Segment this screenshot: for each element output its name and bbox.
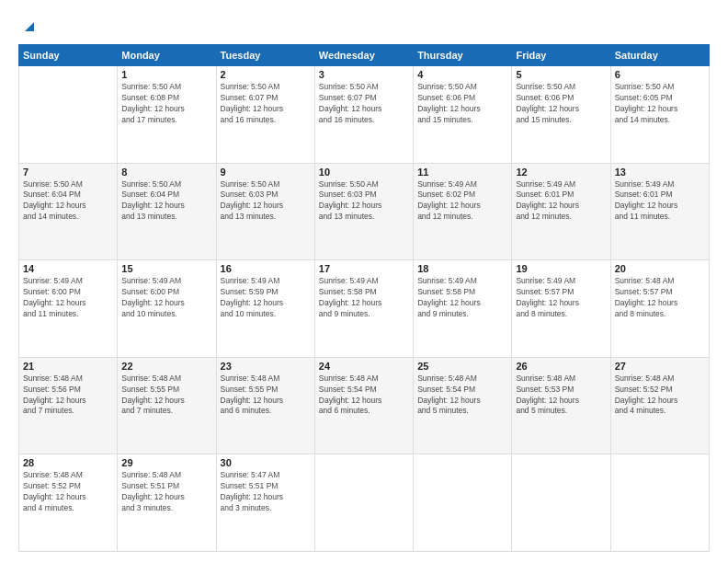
day-info: Sunrise: 5:49 AM Sunset: 5:57 PM Dayligh… bbox=[516, 276, 606, 320]
calendar-empty-cell bbox=[610, 454, 709, 552]
day-info: Sunrise: 5:48 AM Sunset: 5:53 PM Dayligh… bbox=[516, 373, 606, 418]
calendar-header-row: SundayMondayTuesdayWednesdayThursdayFrid… bbox=[19, 45, 710, 66]
day-number: 2 bbox=[221, 69, 311, 80]
day-info: Sunrise: 5:49 AM Sunset: 6:02 PM Dayligh… bbox=[417, 179, 507, 224]
calendar-day-cell: 24Sunrise: 5:48 AM Sunset: 5:54 PM Dayli… bbox=[314, 357, 413, 454]
day-info: Sunrise: 5:48 AM Sunset: 5:54 PM Dayligh… bbox=[319, 373, 409, 418]
logo-icon bbox=[21, 18, 34, 31]
day-number: 1 bbox=[121, 69, 211, 80]
day-number: 11 bbox=[417, 167, 507, 178]
calendar-header-cell: Saturday bbox=[610, 45, 709, 66]
calendar-day-cell: 1Sunrise: 5:50 AM Sunset: 6:08 PM Daylig… bbox=[118, 66, 216, 164]
calendar-header-cell: Monday bbox=[118, 45, 216, 66]
calendar-empty-cell bbox=[512, 454, 610, 552]
calendar-day-cell: 13Sunrise: 5:49 AM Sunset: 6:01 PM Dayli… bbox=[610, 163, 709, 260]
day-info: Sunrise: 5:48 AM Sunset: 5:52 PM Dayligh… bbox=[615, 373, 705, 418]
calendar-day-cell: 20Sunrise: 5:48 AM Sunset: 5:57 PM Dayli… bbox=[610, 260, 709, 358]
calendar-day-cell: 14Sunrise: 5:49 AM Sunset: 6:00 PM Dayli… bbox=[19, 260, 118, 358]
calendar-body: 1Sunrise: 5:50 AM Sunset: 6:08 PM Daylig… bbox=[19, 66, 710, 552]
header bbox=[18, 17, 710, 35]
calendar-day-cell: 26Sunrise: 5:48 AM Sunset: 5:53 PM Dayli… bbox=[512, 357, 610, 454]
day-info: Sunrise: 5:48 AM Sunset: 5:55 PM Dayligh… bbox=[221, 373, 311, 418]
day-number: 27 bbox=[615, 361, 705, 372]
day-info: Sunrise: 5:50 AM Sunset: 6:04 PM Dayligh… bbox=[23, 179, 113, 224]
day-info: Sunrise: 5:50 AM Sunset: 6:04 PM Dayligh… bbox=[121, 179, 211, 224]
day-info: Sunrise: 5:50 AM Sunset: 6:06 PM Dayligh… bbox=[417, 82, 507, 126]
calendar-day-cell: 21Sunrise: 5:48 AM Sunset: 5:56 PM Dayli… bbox=[19, 357, 118, 454]
day-number: 14 bbox=[23, 263, 113, 274]
page: SundayMondayTuesdayWednesdayThursdayFrid… bbox=[0, 0, 728, 563]
calendar-day-cell: 28Sunrise: 5:48 AM Sunset: 5:52 PM Dayli… bbox=[19, 454, 118, 552]
day-info: Sunrise: 5:50 AM Sunset: 6:08 PM Dayligh… bbox=[121, 82, 211, 126]
day-number: 20 bbox=[615, 263, 705, 274]
day-info: Sunrise: 5:48 AM Sunset: 5:56 PM Dayligh… bbox=[23, 373, 113, 418]
day-number: 10 bbox=[319, 167, 409, 178]
svg-marker-0 bbox=[25, 22, 34, 31]
day-number: 23 bbox=[221, 361, 311, 372]
day-info: Sunrise: 5:48 AM Sunset: 5:52 PM Dayligh… bbox=[23, 470, 113, 514]
calendar-header-cell: Tuesday bbox=[216, 45, 314, 66]
calendar-empty-cell bbox=[314, 454, 413, 552]
day-info: Sunrise: 5:49 AM Sunset: 5:58 PM Dayligh… bbox=[417, 276, 507, 320]
day-number: 22 bbox=[121, 361, 211, 372]
day-number: 13 bbox=[615, 167, 705, 178]
day-number: 9 bbox=[221, 167, 311, 178]
day-number: 15 bbox=[121, 263, 211, 274]
calendar-week-row: 28Sunrise: 5:48 AM Sunset: 5:52 PM Dayli… bbox=[19, 454, 710, 552]
day-info: Sunrise: 5:49 AM Sunset: 6:01 PM Dayligh… bbox=[615, 179, 705, 224]
calendar-week-row: 14Sunrise: 5:49 AM Sunset: 6:00 PM Dayli… bbox=[19, 260, 710, 358]
day-info: Sunrise: 5:50 AM Sunset: 6:06 PM Dayligh… bbox=[516, 82, 606, 126]
day-number: 4 bbox=[417, 69, 507, 80]
calendar-header-cell: Wednesday bbox=[314, 45, 413, 66]
day-number: 16 bbox=[221, 263, 311, 274]
day-info: Sunrise: 5:47 AM Sunset: 5:51 PM Dayligh… bbox=[221, 470, 311, 514]
calendar-day-cell: 9Sunrise: 5:50 AM Sunset: 6:03 PM Daylig… bbox=[216, 163, 314, 260]
calendar-day-cell: 3Sunrise: 5:50 AM Sunset: 6:07 PM Daylig… bbox=[314, 66, 413, 164]
day-number: 26 bbox=[516, 361, 606, 372]
day-number: 30 bbox=[221, 457, 311, 468]
day-info: Sunrise: 5:49 AM Sunset: 5:58 PM Dayligh… bbox=[319, 276, 409, 320]
day-number: 18 bbox=[417, 263, 507, 274]
day-number: 25 bbox=[417, 361, 507, 372]
calendar-day-cell: 5Sunrise: 5:50 AM Sunset: 6:06 PM Daylig… bbox=[512, 66, 610, 164]
day-info: Sunrise: 5:49 AM Sunset: 5:59 PM Dayligh… bbox=[221, 276, 311, 320]
calendar-day-cell: 25Sunrise: 5:48 AM Sunset: 5:54 PM Dayli… bbox=[414, 357, 512, 454]
day-info: Sunrise: 5:48 AM Sunset: 5:51 PM Dayligh… bbox=[121, 470, 211, 514]
calendar-day-cell: 16Sunrise: 5:49 AM Sunset: 5:59 PM Dayli… bbox=[216, 260, 314, 358]
day-info: Sunrise: 5:48 AM Sunset: 5:57 PM Dayligh… bbox=[615, 276, 705, 320]
day-number: 5 bbox=[516, 69, 606, 80]
calendar-empty-cell bbox=[19, 66, 118, 164]
day-number: 7 bbox=[23, 167, 113, 178]
calendar-day-cell: 19Sunrise: 5:49 AM Sunset: 5:57 PM Dayli… bbox=[512, 260, 610, 358]
day-number: 6 bbox=[615, 69, 705, 80]
calendar-week-row: 7Sunrise: 5:50 AM Sunset: 6:04 PM Daylig… bbox=[19, 163, 710, 260]
calendar-day-cell: 8Sunrise: 5:50 AM Sunset: 6:04 PM Daylig… bbox=[118, 163, 216, 260]
logo bbox=[18, 17, 34, 35]
calendar-day-cell: 7Sunrise: 5:50 AM Sunset: 6:04 PM Daylig… bbox=[19, 163, 118, 260]
calendar-day-cell: 11Sunrise: 5:49 AM Sunset: 6:02 PM Dayli… bbox=[414, 163, 512, 260]
day-info: Sunrise: 5:50 AM Sunset: 6:03 PM Dayligh… bbox=[221, 179, 311, 224]
calendar-day-cell: 6Sunrise: 5:50 AM Sunset: 6:05 PM Daylig… bbox=[610, 66, 709, 164]
day-info: Sunrise: 5:50 AM Sunset: 6:07 PM Dayligh… bbox=[319, 82, 409, 126]
calendar-day-cell: 15Sunrise: 5:49 AM Sunset: 6:00 PM Dayli… bbox=[118, 260, 216, 358]
calendar-day-cell: 12Sunrise: 5:49 AM Sunset: 6:01 PM Dayli… bbox=[512, 163, 610, 260]
calendar-day-cell: 17Sunrise: 5:49 AM Sunset: 5:58 PM Dayli… bbox=[314, 260, 413, 358]
day-number: 8 bbox=[121, 167, 211, 178]
calendar-day-cell: 10Sunrise: 5:50 AM Sunset: 6:03 PM Dayli… bbox=[314, 163, 413, 260]
day-info: Sunrise: 5:50 AM Sunset: 6:03 PM Dayligh… bbox=[319, 179, 409, 224]
day-info: Sunrise: 5:48 AM Sunset: 5:54 PM Dayligh… bbox=[417, 373, 507, 418]
day-info: Sunrise: 5:48 AM Sunset: 5:55 PM Dayligh… bbox=[121, 373, 211, 418]
day-info: Sunrise: 5:49 AM Sunset: 6:01 PM Dayligh… bbox=[516, 179, 606, 224]
calendar-day-cell: 30Sunrise: 5:47 AM Sunset: 5:51 PM Dayli… bbox=[216, 454, 314, 552]
day-number: 17 bbox=[319, 263, 409, 274]
calendar-table: SundayMondayTuesdayWednesdayThursdayFrid… bbox=[18, 44, 710, 552]
day-number: 24 bbox=[319, 361, 409, 372]
day-number: 28 bbox=[23, 457, 113, 468]
day-info: Sunrise: 5:50 AM Sunset: 6:05 PM Dayligh… bbox=[615, 82, 705, 126]
day-number: 12 bbox=[516, 167, 606, 178]
day-number: 3 bbox=[319, 69, 409, 80]
day-number: 19 bbox=[516, 263, 606, 274]
calendar-week-row: 1Sunrise: 5:50 AM Sunset: 6:08 PM Daylig… bbox=[19, 66, 710, 164]
calendar-day-cell: 23Sunrise: 5:48 AM Sunset: 5:55 PM Dayli… bbox=[216, 357, 314, 454]
calendar-header-cell: Thursday bbox=[414, 45, 512, 66]
